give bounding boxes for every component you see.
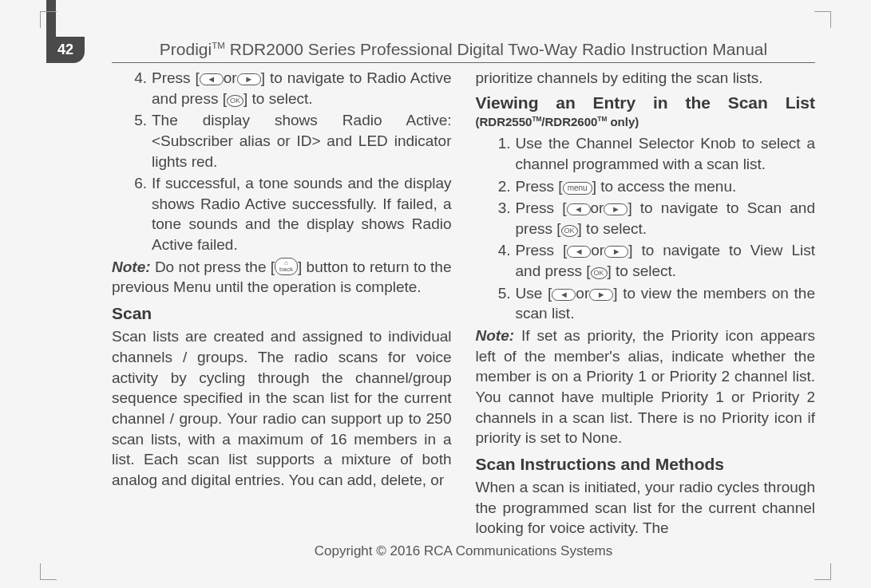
- list-number: 5.: [126, 110, 152, 172]
- left-column: 4. Press [◄or►] to navigate to Radio Act…: [112, 68, 452, 539]
- list-number: 5.: [490, 283, 516, 324]
- section-heading-viewing: Viewing an Entry in the Scan List: [476, 92, 816, 114]
- list-item: 2. Press [menu] to access the menu.: [490, 176, 816, 197]
- body-text: or: [591, 199, 604, 216]
- body-text: The display shows Radio Active: <Subscri…: [152, 110, 452, 172]
- title-rest: RDR2000 Series Professional Digital Two-…: [225, 40, 767, 58]
- tm-mark: TM: [212, 41, 225, 50]
- ok-icon: OK: [591, 267, 608, 279]
- body-text: Use [: [516, 285, 552, 302]
- right-arrow-icon: ►: [604, 246, 628, 258]
- body-text: Press [: [516, 242, 568, 258]
- list-item: 6. If successful, a tone sounds and the …: [126, 173, 452, 255]
- note-paragraph: Note: Do not press the [⌂back] button to…: [112, 257, 452, 298]
- list-number: 4.: [490, 240, 516, 281]
- left-arrow-icon: ◄: [567, 246, 591, 258]
- list-number: 2.: [490, 176, 516, 197]
- copyright-footer: Copyright © 2016 RCA Communications Syst…: [112, 543, 815, 559]
- right-arrow-icon: ►: [589, 289, 613, 301]
- left-arrow-icon: ◄: [200, 73, 224, 85]
- page-title: ProdigiTM RDR2000 Series Professional Di…: [112, 40, 815, 63]
- body-text: ] to select.: [608, 262, 677, 279]
- list-item: 4. Press [◄or►] to navigate to View List…: [490, 240, 816, 281]
- note-label: Note:: [476, 327, 515, 344]
- list-item: 3. Press [◄or►] to navigate to Scan and …: [490, 198, 816, 239]
- body-text: Press [: [152, 69, 200, 86]
- list-item: 5. The display shows Radio Active: <Subs…: [126, 110, 452, 172]
- body-text: Do not press the [: [151, 258, 275, 275]
- brand-name: Prodigi: [160, 40, 212, 58]
- list-number: 3.: [490, 198, 516, 239]
- tm-mark: TM: [532, 116, 541, 123]
- body-text: or: [576, 285, 589, 302]
- crop-mark: [814, 563, 831, 580]
- body-text: ] to access the menu.: [592, 178, 737, 195]
- page-number: 42: [46, 37, 85, 63]
- left-arrow-icon: ◄: [552, 289, 576, 301]
- list-number: 6.: [126, 173, 152, 255]
- body-text: If set as priority, the Priority icon ap…: [476, 327, 816, 446]
- ok-icon: OK: [561, 225, 578, 237]
- menu-icon: menu: [563, 182, 592, 195]
- crop-mark: [814, 11, 831, 28]
- crop-mark: [40, 563, 57, 580]
- body-text: ] to select.: [578, 220, 647, 237]
- body-text: Press [: [516, 178, 563, 195]
- body-text: Press [: [516, 199, 567, 216]
- left-arrow-icon: ◄: [567, 203, 591, 215]
- body-text: When a scan is initiated, your radio cyc…: [476, 477, 816, 539]
- right-column: prioritize channels by editing the scan …: [476, 68, 816, 539]
- right-arrow-icon: ►: [237, 73, 261, 85]
- body-text: prioritize channels by editing the scan …: [476, 68, 816, 89]
- body-text: If successful, a tone sounds and the dis…: [152, 173, 452, 255]
- section-heading-scan: Scan: [112, 302, 452, 325]
- list-number: 4.: [126, 68, 152, 109]
- ok-icon: OK: [227, 95, 243, 107]
- body-text: or: [591, 242, 604, 258]
- body-text: Use the Channel Selector Knob to select …: [516, 133, 816, 174]
- body-text: ] to select.: [243, 90, 313, 107]
- back-icon: ⌂back: [275, 258, 298, 275]
- tm-mark: TM: [597, 116, 607, 123]
- note-label: Note:: [112, 258, 151, 275]
- right-arrow-icon: ►: [604, 203, 628, 215]
- note-paragraph: Note: If set as priority, the Priority i…: [476, 326, 816, 448]
- list-item: 1. Use the Channel Selector Knob to sele…: [490, 133, 816, 174]
- section-subheading: (RDR2550TM/RDR2600TM only): [476, 114, 816, 130]
- body-text: Scan lists are created and assigned to i…: [112, 326, 452, 490]
- list-item: 5. Use [◄or►] to view the members on the…: [490, 283, 816, 324]
- section-heading-scan-instructions: Scan Instructions and Methods: [476, 453, 816, 476]
- list-item: 4. Press [◄or►] to navigate to Radio Act…: [126, 68, 452, 109]
- list-number: 1.: [490, 133, 516, 174]
- crop-mark: [40, 11, 57, 28]
- body-text: or: [224, 69, 237, 86]
